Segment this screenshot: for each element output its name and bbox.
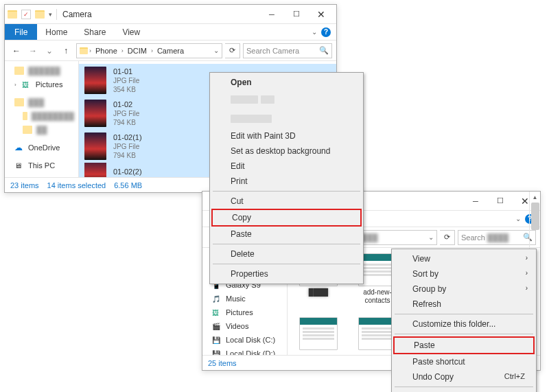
menu-edit[interactable]: Edit [211, 159, 362, 174]
tab-file[interactable]: File [5, 24, 37, 40]
nav-item-pictures[interactable]: ›Pictures [5, 78, 78, 91]
nav-item-folder[interactable]: ████████ [5, 109, 78, 123]
titlebar[interactable]: ▾ Camera ─ ☐ ✕ [5, 5, 336, 24]
breadcrumb[interactable]: › Phone › DCIM › Camera ⌄ [76, 43, 222, 58]
menu-delete[interactable]: Delete [211, 246, 362, 262]
address-dropdown[interactable]: ⌄ [213, 47, 219, 54]
chevron-right-icon: › [526, 284, 528, 292]
menu-edit-paint3d[interactable]: Edit with Paint 3D [211, 128, 362, 143]
quick-access-icon[interactable] [21, 10, 31, 19]
context-menu-file: Open Edit with Paint 3D Set as desktop b… [209, 72, 364, 284]
separator [395, 387, 533, 387]
history-dropdown[interactable]: ⌄ [42, 43, 57, 58]
chevron-right-icon[interactable]: › [121, 47, 124, 54]
menu-paste[interactable]: Paste [211, 227, 362, 242]
menu-properties[interactable]: Properties [211, 266, 362, 281]
status-items: 25 items [208, 359, 237, 367]
up-button[interactable]: ↑ [58, 43, 73, 58]
qat-dropdown-icon[interactable]: ▾ [49, 11, 52, 18]
nav-item-videos[interactable]: Videos [202, 319, 287, 333]
search-input[interactable]: Search Camera 🔍 [243, 43, 332, 58]
refresh-button[interactable]: ⟳ [225, 43, 240, 58]
menu-customize[interactable]: Customize this folder... [393, 316, 535, 332]
help-icon[interactable]: ? [321, 27, 331, 37]
nav-item-folder[interactable]: ███ [5, 95, 78, 109]
chevron-down-icon[interactable]: ⌄ [312, 28, 317, 36]
status-size: 6.56 MB [114, 181, 142, 189]
menu-refresh[interactable]: Refresh [393, 297, 535, 312]
menu-group[interactable]: Group by› [393, 281, 535, 297]
chevron-right-icon: › [526, 269, 528, 277]
search-input[interactable]: Search ████ 🔍 [458, 230, 536, 245]
menu-item-blurred[interactable] [211, 90, 362, 109]
status-selected: 14 items selected [47, 181, 106, 189]
thumbnail [84, 163, 106, 177]
tab-share[interactable]: Share [75, 24, 114, 40]
nav-item-folder[interactable]: ██ [5, 123, 78, 137]
folder-icon [14, 67, 24, 75]
maximize-button[interactable]: ☐ [284, 6, 309, 23]
menu-copy[interactable]: Copy [211, 209, 362, 227]
menu-set-background[interactable]: Set as desktop background [211, 143, 362, 159]
nav-item-pictures[interactable]: Pictures [202, 305, 287, 319]
disk-icon [212, 349, 222, 355]
maximize-button[interactable]: ☐ [488, 193, 513, 209]
menu-open[interactable]: Open [211, 75, 362, 90]
menu-item-blurred[interactable] [211, 109, 362, 128]
context-menu-folder: View› Sort by› Group by› Refresh Customi… [391, 249, 537, 392]
nav-item-folder[interactable]: ██████ [5, 64, 78, 78]
address-dropdown[interactable]: ⌄ [428, 233, 434, 241]
separator [395, 314, 533, 314]
pc-icon [14, 161, 24, 170]
breadcrumb-seg[interactable]: Camera [154, 47, 187, 55]
tab-view[interactable]: View [114, 24, 148, 40]
menu-undo-copy[interactable]: Undo CopyCtrl+Z [393, 369, 535, 384]
folder-icon [23, 112, 27, 120]
folder-icon [80, 47, 88, 54]
menu-print[interactable]: Print [211, 174, 362, 189]
search-icon[interactable]: 🔍 [319, 46, 329, 55]
chevron-right-icon: › [526, 254, 528, 262]
folder-icon [14, 98, 24, 106]
menu-cut[interactable]: Cut [211, 194, 362, 209]
separator [213, 244, 360, 244]
separator [395, 334, 533, 334]
minimize-button[interactable]: ─ [259, 6, 284, 23]
nav-item-onedrive[interactable]: OneDrive [5, 141, 78, 154]
thumbnail [84, 100, 106, 127]
file-item[interactable] [293, 317, 344, 350]
nav-item-thispc[interactable]: This PC [5, 159, 78, 172]
refresh-button[interactable]: ⟳ [440, 230, 455, 245]
music-icon [212, 295, 222, 303]
caret-icon[interactable]: › [14, 82, 16, 88]
menu-paste-shortcut[interactable]: Paste shortcut [393, 354, 535, 369]
close-button[interactable]: ✕ [309, 6, 334, 23]
chevron-down-icon[interactable]: ⌄ [515, 215, 521, 222]
menu-sort[interactable]: Sort by› [393, 266, 535, 281]
menu-paste[interactable]: Paste [393, 336, 535, 354]
nav-item-disk-c[interactable]: Local Disk (C:) [202, 333, 287, 347]
pictures-icon [212, 308, 222, 316]
menu-view[interactable]: View› [393, 251, 535, 266]
onedrive-icon [14, 143, 24, 152]
minimize-button[interactable]: ─ [463, 193, 488, 209]
back-button[interactable]: ← [9, 43, 24, 58]
disk-icon [212, 336, 222, 344]
folder-icon [35, 10, 45, 19]
tab-home[interactable]: Home [37, 24, 75, 40]
thumbnail [299, 317, 338, 350]
chevron-right-icon[interactable]: › [89, 47, 91, 54]
forward-button[interactable]: → [25, 43, 40, 58]
chevron-right-icon[interactable]: › [151, 47, 153, 54]
menu-give-access[interactable]: Give access to› [393, 389, 535, 392]
breadcrumb-seg[interactable]: DCIM [125, 47, 150, 55]
nav-item-music[interactable]: Music [202, 292, 287, 305]
separator [213, 191, 360, 192]
search-placeholder: Search Camera [246, 47, 299, 55]
ribbon-tabs: File Home Share View ⌄ ? [5, 24, 336, 41]
separator [213, 264, 360, 264]
breadcrumb-seg[interactable]: Phone [93, 47, 120, 55]
status-items: 23 items [10, 181, 39, 189]
videos-icon [212, 322, 222, 330]
nav-item-disk-d[interactable]: Local Disk (D:) [202, 347, 287, 355]
